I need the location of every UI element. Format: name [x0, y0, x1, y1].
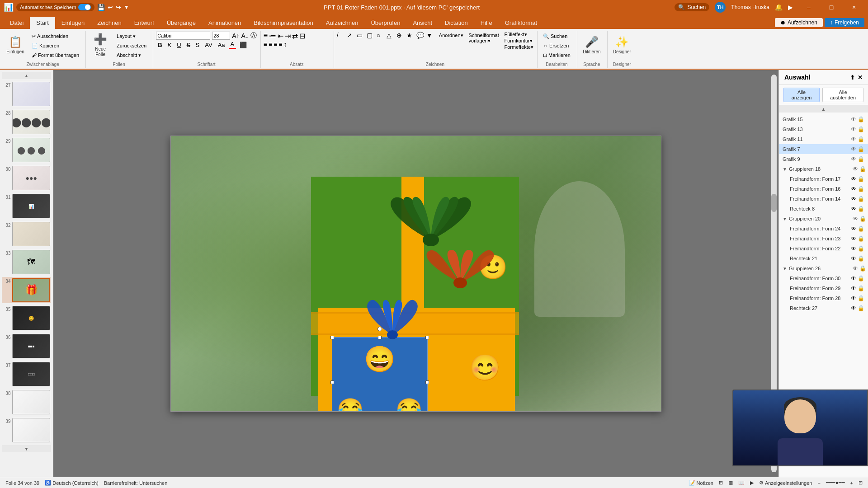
shape-plus[interactable]: ⊕: [396, 32, 406, 39]
selection-grafik-13[interactable]: Grafik 13 👁 🔒: [779, 124, 868, 134]
subitem-form17[interactable]: Freihandform: Form 17 👁 🔒: [779, 174, 868, 184]
number-list-button[interactable]: ≔: [269, 32, 276, 40]
tab-einfuegen[interactable]: Einfügen: [55, 17, 91, 29]
slide-thumb-30[interactable]: 30 ●●●: [2, 165, 51, 191]
tab-uebergaenge[interactable]: Übergänge: [160, 17, 202, 29]
group-vis-20[interactable]: 👁: [853, 216, 858, 222]
redo-icon[interactable]: ↪: [116, 4, 121, 11]
slide-thumb-34[interactable]: 34 🎁: [2, 277, 51, 303]
subitem-form23[interactable]: Freihandform: Form 23 👁 🔒: [779, 234, 868, 244]
section-button[interactable]: Abschnitt ▾: [114, 51, 149, 60]
increase-font-button[interactable]: A↑: [232, 32, 239, 39]
canvas-area[interactable]: 😄 😂 😂 🙂 😊: [53, 70, 778, 477]
more-icon[interactable]: ▼: [124, 4, 129, 10]
subitem-rechteck21[interactable]: Rechteck 21 👁 🔒: [779, 253, 868, 263]
share-button[interactable]: ↑ Freigeben: [825, 18, 864, 27]
dictate-button[interactable]: 🎤 Diktieren: [580, 32, 604, 59]
group-vis-26[interactable]: 👁: [853, 265, 858, 272]
tab-grafikformat[interactable]: Grafikformat: [499, 17, 544, 29]
vis-form16[interactable]: 👁: [851, 186, 856, 192]
vis-rechteck8[interactable]: 👁: [851, 206, 856, 212]
reset-button[interactable]: Zurücksetzen: [114, 41, 149, 50]
slide-thumb-37[interactable]: 37 □□□: [2, 361, 51, 387]
designer-button[interactable]: ✨ Designer: [610, 32, 634, 59]
language-indicator[interactable]: ♿ Deutsch (Österreich): [45, 480, 98, 486]
lock-icon-11[interactable]: 🔒: [858, 136, 864, 142]
lock-form14[interactable]: 🔒: [858, 196, 864, 202]
lock-form29[interactable]: 🔒: [858, 285, 864, 291]
selection-grafik-15[interactable]: Grafik 15 👁 🔒: [779, 114, 868, 124]
shape-arrow[interactable]: ↗: [347, 32, 356, 39]
vis-form28[interactable]: 👁: [851, 295, 856, 301]
scroll-up[interactable]: ▲: [2, 72, 51, 79]
highlight-button[interactable]: ⬛: [238, 41, 249, 49]
fit-slide-button[interactable]: ⊡: [859, 480, 863, 486]
vis-form14[interactable]: 👁: [851, 196, 856, 202]
visibility-icon-13[interactable]: 👁: [851, 126, 856, 132]
handle-ml[interactable]: [330, 380, 334, 384]
lock-icon-7[interactable]: 🔒: [858, 146, 864, 152]
view-normal-button[interactable]: ⊞: [719, 480, 723, 486]
autosave-toggle[interactable]: Automatisches Speichern: [16, 3, 94, 11]
underline-button[interactable]: U: [175, 41, 183, 49]
subitem-form24[interactable]: Freihandform: Form 24 👁 🔒: [779, 224, 868, 234]
columns-button[interactable]: ⊟: [299, 32, 305, 40]
clear-format-button[interactable]: Ⓐ: [250, 32, 257, 40]
selection-grafik-9[interactable]: Grafik 9 👁 🔒: [779, 154, 868, 164]
fill-button[interactable]: Fülleffekt▾: [504, 32, 533, 38]
vis-rechteck27[interactable]: 👁: [851, 305, 856, 311]
subitem-rechteck27[interactable]: Rechteck 27 👁 🔒: [779, 303, 868, 313]
selection-grafik-7[interactable]: Grafik 7 👁 🔒: [779, 144, 868, 154]
shape-line[interactable]: /: [337, 32, 346, 39]
lock-form23[interactable]: 🔒: [858, 235, 864, 242]
tab-aufzeichnen[interactable]: Aufzeichnen: [320, 17, 365, 29]
slide-thumb-33[interactable]: 33 🗺: [2, 249, 51, 275]
lock-icon-13[interactable]: 🔒: [858, 126, 864, 132]
close-button[interactable]: ×: [844, 0, 864, 14]
replace-button[interactable]: ↔ Ersetzen: [540, 41, 573, 50]
shapes-more[interactable]: ▼: [426, 32, 435, 39]
slide-thumb-31[interactable]: 31 📊: [2, 193, 51, 219]
lock-rechteck21[interactable]: 🔒: [858, 255, 864, 262]
indent-less-button[interactable]: ⇤: [278, 32, 283, 40]
slide-thumb-39[interactable]: 39: [2, 417, 51, 443]
scroll-thumb[interactable]: [771, 194, 777, 212]
tab-ueberpruefen[interactable]: Überprüfen: [364, 17, 406, 29]
lock-form22[interactable]: 🔒: [858, 245, 864, 252]
notes-button[interactable]: 📝 Notizen: [689, 480, 713, 486]
strikethrough-button[interactable]: S̶: [185, 41, 192, 49]
char-spacing-button[interactable]: AV: [203, 41, 214, 49]
tab-bildschirm[interactable]: Bildschirmpräsentation: [247, 17, 320, 29]
visibility-icon-15[interactable]: 👁: [851, 116, 856, 122]
group-vis-18[interactable]: 👁: [853, 166, 858, 172]
paste-button[interactable]: 📋 Einfügen: [4, 32, 27, 59]
selection-grafik-11[interactable]: Grafik 11 👁 🔒: [779, 134, 868, 144]
bell-icon[interactable]: 🔔: [775, 4, 783, 11]
present-icon[interactable]: ▶: [788, 4, 793, 11]
shape-star[interactable]: ★: [406, 32, 415, 39]
slide-thumb-36[interactable]: 36 ■■■: [2, 333, 51, 359]
handle-mr[interactable]: [425, 380, 429, 384]
shadow-button[interactable]: S: [194, 41, 202, 49]
slide-thumb-32[interactable]: 32: [2, 221, 51, 247]
new-slide-button[interactable]: ➕ NeueFolie: [89, 32, 112, 59]
quick-styles-button[interactable]: Schnellformat-vorlagen▾: [467, 32, 503, 45]
save-icon[interactable]: 💾: [97, 4, 105, 11]
lock-rechteck27[interactable]: 🔒: [858, 305, 864, 311]
record-button[interactable]: ⏺ Aufzeichnen: [775, 18, 823, 27]
slide-thumb-27[interactable]: 27: [2, 81, 51, 107]
subitem-form16[interactable]: Freihandform: Form 16 👁 🔒: [779, 184, 868, 194]
slide-thumb-29[interactable]: 29 ⬤ ⬤ ⬤: [2, 137, 51, 163]
vis-form23[interactable]: 👁: [851, 235, 856, 242]
zoom-slider[interactable]: ━━━●━━: [826, 480, 845, 486]
group-lock-18[interactable]: 🔒: [859, 166, 866, 172]
maximize-button[interactable]: □: [821, 0, 842, 14]
subitem-rechteck8[interactable]: Rechteck 8 👁 🔒: [779, 204, 868, 214]
tab-hilfe[interactable]: Hilfe: [474, 17, 499, 29]
copy-button[interactable]: 📄 Kopieren: [29, 41, 82, 50]
zoom-out-button[interactable]: −: [817, 480, 820, 486]
scroll-down[interactable]: ▼: [2, 445, 51, 452]
align-left-button[interactable]: ≡: [264, 41, 267, 48]
lock-form30[interactable]: 🔒: [858, 275, 864, 282]
subitem-form28[interactable]: Freihandform: Form 28 👁 🔒: [779, 293, 868, 303]
